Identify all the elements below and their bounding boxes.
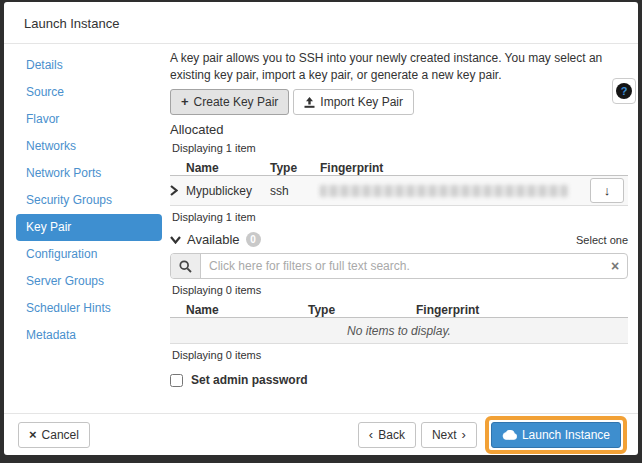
set-admin-password-label: Set admin password <box>191 373 308 387</box>
available-col-type: Type <box>308 303 416 317</box>
chevron-right-icon <box>462 428 466 442</box>
launch-instance-label: Launch Instance <box>522 428 610 442</box>
deallocate-key-pair-button[interactable] <box>590 178 624 203</box>
sidebar-item-scheduler-hints[interactable]: Scheduler Hints <box>16 295 162 322</box>
wizard-sidebar: Details Source Flavor Networks Network P… <box>16 48 162 413</box>
available-col-name: Name <box>186 303 308 317</box>
footer-nav-buttons: Back Next Launch Instance <box>358 422 624 448</box>
x-icon <box>29 428 37 442</box>
modal-title: Launch Instance <box>24 16 119 31</box>
key-pair-panel: A key pair allows you to SSH into your n… <box>162 48 630 413</box>
available-count-bottom: Displaying 0 items <box>170 349 628 361</box>
set-admin-password-checkbox[interactable] <box>170 374 183 387</box>
down-arrow-icon <box>604 183 611 198</box>
launch-instance-modal: Launch Instance Details Source Flavor Ne… <box>4 2 638 455</box>
sidebar-item-flavor[interactable]: Flavor <box>16 106 162 133</box>
key-pair-fingerprint <box>320 185 590 197</box>
create-key-pair-button[interactable]: Create Key Pair <box>170 89 289 115</box>
cancel-label: Cancel <box>42 428 79 442</box>
available-count-top: Displaying 0 items <box>170 284 628 296</box>
import-key-pair-label: Import Key Pair <box>320 95 403 109</box>
search-icon <box>171 254 201 278</box>
allocated-col-fingerprint: Fingerprint <box>320 161 628 175</box>
sidebar-item-networks[interactable]: Networks <box>16 133 162 160</box>
admin-password-row: Set admin password <box>170 373 628 387</box>
chevron-down-icon[interactable] <box>170 236 181 244</box>
available-title[interactable]: Available <box>187 232 240 247</box>
import-key-pair-button[interactable]: Import Key Pair <box>293 89 414 115</box>
sidebar-item-details[interactable]: Details <box>16 52 162 79</box>
sidebar-item-configuration[interactable]: Configuration <box>16 241 162 268</box>
chevron-right-icon <box>170 185 178 196</box>
available-empty-row: No items to display. <box>170 318 628 344</box>
available-count-badge: 0 <box>246 232 261 247</box>
allocated-count-bottom: Displaying 1 item <box>170 211 628 223</box>
available-section-header: Available 0 Select one <box>170 232 628 247</box>
cloud-upload-icon <box>502 430 517 440</box>
select-one-hint: Select one <box>576 234 628 246</box>
next-button[interactable]: Next <box>421 422 477 448</box>
sidebar-item-server-groups[interactable]: Server Groups <box>16 268 162 295</box>
help-button[interactable] <box>612 78 636 104</box>
modal-footer: Cancel Back Next Launch Instance <box>4 413 638 455</box>
sidebar-item-metadata[interactable]: Metadata <box>16 322 162 349</box>
allocated-col-name: Name <box>186 161 270 175</box>
modal-header: Launch Instance <box>4 2 638 44</box>
allocated-count-top: Displaying 1 item <box>170 142 628 154</box>
allocated-col-type: Type <box>270 161 320 175</box>
question-icon <box>616 83 632 99</box>
clear-search-icon[interactable] <box>603 254 627 278</box>
available-table-header: Name Type Fingerprint <box>170 296 628 318</box>
available-col-fingerprint: Fingerprint <box>416 303 628 317</box>
annotation-highlight-box: Launch Instance <box>485 416 627 454</box>
cancel-button[interactable]: Cancel <box>18 422 90 448</box>
allocated-table-row: Mypublickey ssh <box>170 176 628 206</box>
upload-icon <box>304 97 315 108</box>
fingerprint-redacted-blur <box>320 185 568 197</box>
sidebar-item-network-ports[interactable]: Network Ports <box>16 160 162 187</box>
modal-body: Details Source Flavor Networks Network P… <box>4 44 638 413</box>
key-pair-type: ssh <box>270 184 320 198</box>
launch-instance-button[interactable]: Launch Instance <box>491 422 621 448</box>
row-expand-toggle[interactable] <box>170 185 186 196</box>
allocated-table-header: Name Type Fingerprint <box>170 154 628 176</box>
allocated-title: Allocated <box>170 122 628 137</box>
back-button[interactable]: Back <box>358 422 416 448</box>
filter-search-bar <box>170 253 628 279</box>
sidebar-item-key-pair[interactable]: Key Pair <box>16 214 162 241</box>
create-key-pair-label: Create Key Pair <box>194 95 279 109</box>
key-pair-help-text: A key pair allows you to SSH into your n… <box>170 50 622 84</box>
key-pair-actions: Create Key Pair Import Key Pair <box>170 89 628 115</box>
sidebar-item-security-groups[interactable]: Security Groups <box>16 187 162 214</box>
next-label: Next <box>432 428 457 442</box>
plus-icon <box>181 95 189 109</box>
back-label: Back <box>378 428 405 442</box>
chevron-left-icon <box>369 428 373 442</box>
key-pair-name: Mypublickey <box>186 184 270 198</box>
sidebar-item-source[interactable]: Source <box>16 79 162 106</box>
search-input[interactable] <box>201 254 603 278</box>
